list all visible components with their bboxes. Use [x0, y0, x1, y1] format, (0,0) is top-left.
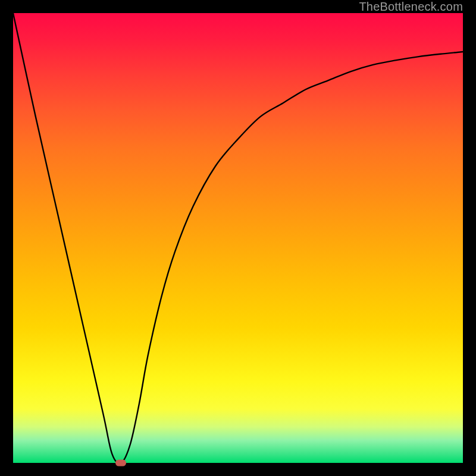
- plot-area: [13, 13, 463, 463]
- curve-svg: [13, 13, 463, 463]
- min-marker: [115, 460, 126, 466]
- bottleneck-curve-path: [13, 13, 463, 463]
- chart-frame: TheBottleneck.com: [0, 0, 476, 476]
- watermark-label: TheBottleneck.com: [359, 0, 463, 13]
